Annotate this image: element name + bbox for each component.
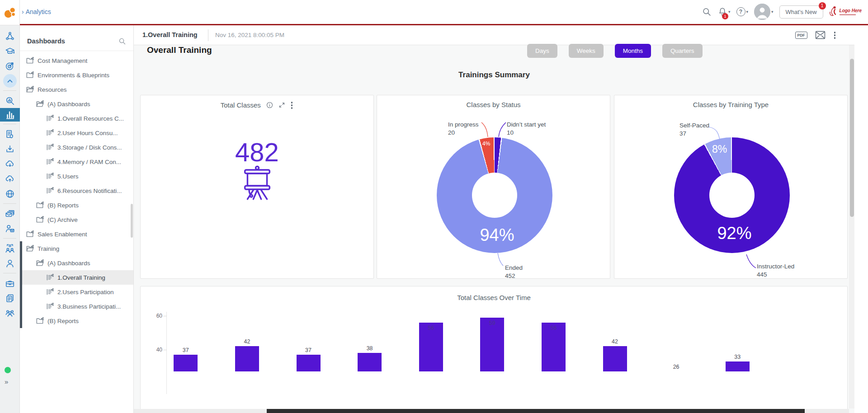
period-button-months[interactable]: Months bbox=[615, 44, 651, 58]
panel-scrollbar[interactable] bbox=[131, 204, 133, 238]
dashboard-tree: Cost ManagementEnvironments & Blueprints… bbox=[20, 53, 133, 328]
tree-item-label: Sales Enablement bbox=[38, 231, 87, 238]
chevron-up-circle-icon[interactable] bbox=[0, 73, 20, 88]
sidebar-item-cost-management[interactable]: Cost Management bbox=[20, 53, 133, 68]
globe-icon[interactable] bbox=[0, 186, 20, 201]
bar[interactable] bbox=[297, 355, 321, 371]
search-icon[interactable] bbox=[702, 7, 712, 17]
folder-open-icon bbox=[26, 86, 34, 93]
folder-icon bbox=[36, 202, 44, 209]
sidebar-item-3-storage-disk-cons[interactable]: 3.Storage / Disk Cons... bbox=[20, 140, 133, 155]
bar-value-label: 26 bbox=[663, 364, 690, 370]
info-icon[interactable] bbox=[266, 101, 274, 109]
sidebar-item-4-memory-ram-con[interactable]: 4.Memory / RAM Con... bbox=[20, 155, 133, 169]
help-button[interactable]: ? ▾ bbox=[736, 7, 749, 16]
bar-value-label: 38 bbox=[356, 345, 383, 352]
export-pdf-button[interactable]: PDF bbox=[795, 32, 807, 39]
expand-panel-chevrons-icon[interactable]: » bbox=[5, 378, 8, 385]
mail-stack-icon[interactable] bbox=[0, 206, 20, 221]
vertical-scrollbar-thumb[interactable] bbox=[850, 59, 854, 217]
folder-icon bbox=[36, 216, 44, 223]
sidebar-item-training[interactable]: Training bbox=[20, 241, 133, 256]
bar[interactable] bbox=[235, 346, 259, 371]
sidebar-item-a-dashboards[interactable]: (A) Dashboards bbox=[20, 97, 133, 111]
tree-item-label: 1.Overall Training bbox=[57, 274, 105, 281]
page-title: Overall Training bbox=[147, 45, 212, 55]
target-icon[interactable] bbox=[0, 58, 20, 73]
team-icon[interactable] bbox=[0, 241, 20, 256]
tree-item-label: 4.Memory / RAM Con... bbox=[57, 159, 121, 165]
bar[interactable] bbox=[726, 361, 750, 371]
brand-circles-icon bbox=[3, 6, 17, 19]
bar[interactable] bbox=[358, 353, 382, 371]
sidebar-item-b-reports[interactable]: (B) Reports bbox=[20, 314, 133, 328]
report-icon bbox=[46, 115, 54, 122]
period-button-days[interactable]: Days bbox=[527, 44, 557, 58]
whats-new-button[interactable]: What's New 1 bbox=[779, 5, 823, 19]
cloud-upload-icon[interactable] bbox=[0, 171, 20, 186]
dashboards-panel-header: Dashboards bbox=[20, 25, 133, 51]
panel-search-icon[interactable] bbox=[118, 38, 126, 45]
briefcase-icon[interactable] bbox=[0, 276, 20, 291]
period-button-weeks[interactable]: Weeks bbox=[569, 44, 604, 58]
sidebar-item-sales-enablement[interactable]: Sales Enablement bbox=[20, 227, 133, 241]
expand-icon[interactable] bbox=[278, 102, 285, 108]
bar-chart-icon[interactable] bbox=[0, 108, 20, 122]
horizontal-scrollbar-thumb[interactable] bbox=[267, 409, 805, 413]
document-shield-icon[interactable] bbox=[0, 127, 20, 141]
search-analytics-icon[interactable] bbox=[0, 93, 20, 108]
download-icon[interactable] bbox=[0, 141, 20, 156]
cloud-download-icon[interactable] bbox=[0, 156, 20, 171]
card-kebab-icon[interactable] bbox=[290, 101, 294, 110]
classes-by-training-type-card: Classes by Training Type Self-Paced37 In… bbox=[614, 95, 848, 279]
total-classes-over-time-card: Total Classes Over Time 4060374237385659… bbox=[140, 286, 848, 413]
period-button-quarters[interactable]: Quarters bbox=[662, 44, 703, 58]
more-options-kebab-icon[interactable] bbox=[833, 31, 837, 40]
sidebar-item-b-reports[interactable]: (B) Reports bbox=[20, 198, 133, 212]
card-title: Classes by Status bbox=[466, 101, 520, 108]
sidebar-item-5-users[interactable]: 5.Users bbox=[20, 169, 133, 183]
user-menu[interactable]: ▾ bbox=[754, 4, 774, 20]
sidebar-item-environments-blueprints[interactable]: Environments & Blueprints bbox=[20, 68, 133, 82]
bar[interactable] bbox=[603, 346, 627, 371]
tree-item-label: (A) Dashboards bbox=[47, 101, 90, 108]
y-axis-tick-label: 60 bbox=[149, 313, 162, 319]
bar-value-label: 56 bbox=[540, 325, 567, 331]
sidebar-item-resources[interactable]: Resources bbox=[20, 82, 133, 97]
sidebar-item-1-overall-resources-c[interactable]: 1.Overall Resources C... bbox=[20, 111, 133, 126]
slice-label: Self-Paced37 bbox=[679, 122, 709, 137]
tree-item-label: 2.User Hours Consu... bbox=[57, 130, 118, 136]
logo-slogan-line bbox=[840, 14, 856, 15]
donut-center-percentage: 92% bbox=[618, 224, 851, 243]
slice-percentage: 4% bbox=[482, 141, 490, 147]
sidebar-item-a-dashboards[interactable]: (A) Dashboards bbox=[20, 256, 133, 270]
bar-value-label: 33 bbox=[724, 354, 751, 360]
tree-item-label: Resources bbox=[38, 86, 67, 93]
app-logo[interactable] bbox=[0, 0, 20, 25]
sidebar-item-2-users-participation[interactable]: 2.Users Participation bbox=[20, 285, 133, 299]
share-network-icon[interactable] bbox=[0, 28, 20, 43]
notifications-button[interactable]: ▾ 1 bbox=[717, 7, 731, 17]
sidebar-item-c-archive[interactable]: (C) Archive bbox=[20, 212, 133, 227]
sidebar-item-3-business-participati[interactable]: 3.Business Participati... bbox=[20, 299, 133, 314]
rail-separator bbox=[3, 124, 16, 124]
question-mark-icon: ? bbox=[736, 7, 745, 16]
presentation-easel-icon bbox=[141, 164, 373, 206]
tree-item-label: (C) Archive bbox=[47, 216, 78, 223]
graduation-cap-icon[interactable] bbox=[0, 43, 20, 58]
sidebar-item-1-overall-training[interactable]: 1.Overall Training bbox=[20, 270, 133, 285]
sidebar-item-6-resources-notificati[interactable]: 6.Resources Notificati... bbox=[20, 183, 133, 198]
header-actions: ▾ 1 ? ▾ ▾ What's New 1 bbox=[702, 0, 862, 23]
chevron-down-icon: ▾ bbox=[771, 9, 774, 14]
vertical-scrollbar[interactable] bbox=[849, 45, 854, 408]
email-icon[interactable] bbox=[815, 31, 826, 39]
horizontal-scrollbar[interactable] bbox=[134, 409, 849, 413]
documents-icon[interactable] bbox=[0, 291, 20, 305]
users-group-icon[interactable] bbox=[0, 305, 20, 320]
bar[interactable] bbox=[174, 355, 198, 371]
user-icon[interactable] bbox=[0, 256, 20, 271]
breadcrumb[interactable]: ›Analytics bbox=[22, 8, 51, 15]
user-mail-icon[interactable] bbox=[0, 221, 20, 236]
sidebar-item-2-user-hours-consu[interactable]: 2.User Hours Consu... bbox=[20, 126, 133, 140]
tree-item-label: 2.Users Participation bbox=[57, 289, 114, 296]
